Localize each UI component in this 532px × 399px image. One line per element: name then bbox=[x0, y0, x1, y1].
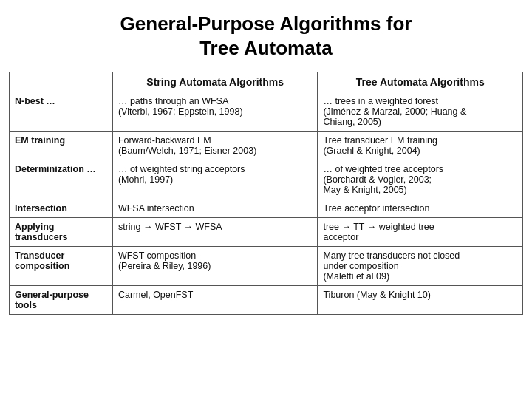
row-label: Transducer composition bbox=[10, 247, 113, 286]
row-label: EM training bbox=[10, 132, 113, 160]
col-header-label bbox=[10, 72, 113, 92]
table-row: N-best …… paths through an WFSA (Viterbi… bbox=[10, 92, 523, 132]
row-tree-cell: Tree acceptor intersection bbox=[318, 200, 523, 218]
col-header-string: String Automata Algorithms bbox=[112, 72, 318, 92]
row-label: Intersection bbox=[10, 200, 113, 218]
row-string-cell: Forward-backward EM (Baum/Welch, 1971; E… bbox=[112, 132, 318, 160]
row-label: General-purpose tools bbox=[10, 286, 113, 315]
comparison-table: String Automata Algorithms Tree Automata… bbox=[9, 72, 523, 315]
row-string-cell: … paths through an WFSA (Viterbi, 1967; … bbox=[112, 92, 318, 132]
table-row: Transducer compositionWFST composition (… bbox=[10, 247, 523, 286]
table-row: EM trainingForward-backward EM (Baum/Wel… bbox=[10, 132, 523, 160]
row-string-cell: Carmel, OpenFST bbox=[112, 286, 318, 315]
row-tree-cell: … of weighted tree acceptors (Borchardt … bbox=[318, 160, 523, 200]
table-row: Determinization …… of weighted string ac… bbox=[10, 160, 523, 200]
table-row: General-purpose toolsCarmel, OpenFSTTibu… bbox=[10, 286, 523, 315]
row-tree-cell: Many tree transducers not closed under c… bbox=[318, 247, 523, 286]
row-tree-cell: Tree transducer EM training (Graehl & Kn… bbox=[318, 132, 523, 160]
table-row: Applying transducersstring → WFST → WFSA… bbox=[10, 218, 523, 247]
row-tree-cell: … trees in a weighted forest (Jiménez & … bbox=[318, 92, 523, 132]
row-label: N-best … bbox=[10, 92, 113, 132]
row-string-cell: WFSA intersection bbox=[112, 200, 318, 218]
col-header-tree: Tree Automata Algorithms bbox=[318, 72, 523, 92]
page-title: General-Purpose Algorithms for Tree Auto… bbox=[120, 12, 412, 60]
row-tree-cell: Tiburon (May & Knight 10) bbox=[318, 286, 523, 315]
table-row: IntersectionWFSA intersectionTree accept… bbox=[10, 200, 523, 218]
row-string-cell: string → WFST → WFSA bbox=[112, 218, 318, 247]
row-string-cell: … of weighted string acceptors (Mohri, 1… bbox=[112, 160, 318, 200]
row-tree-cell: tree → TT → weighted tree acceptor bbox=[318, 218, 523, 247]
row-string-cell: WFST composition (Pereira & Riley, 1996) bbox=[112, 247, 318, 286]
row-label: Applying transducers bbox=[10, 218, 113, 247]
row-label: Determinization … bbox=[10, 160, 113, 200]
